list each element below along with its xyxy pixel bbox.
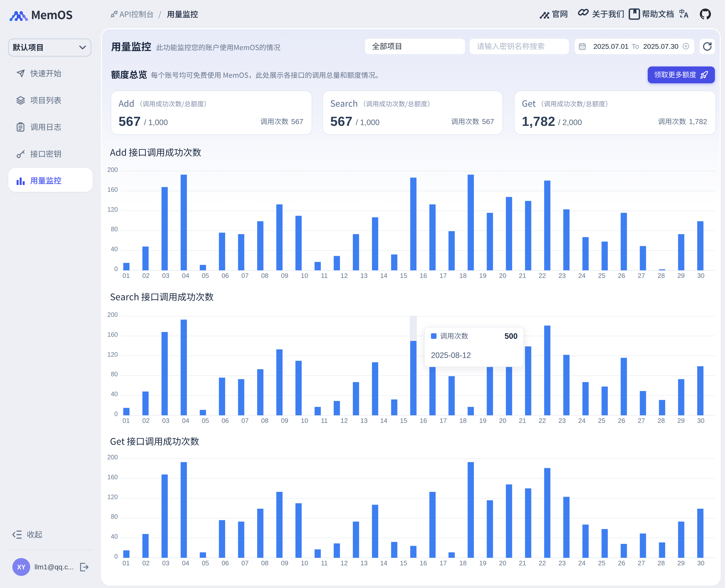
svg-text:13: 13 (360, 417, 368, 424)
svg-text:05: 05 (202, 559, 209, 567)
svg-text:28: 28 (658, 559, 665, 567)
svg-text:200: 200 (107, 454, 118, 461)
svg-text:0: 0 (114, 265, 118, 272)
svg-text:02: 02 (142, 417, 149, 424)
svg-text:02: 02 (142, 559, 149, 567)
svg-text:25: 25 (598, 272, 605, 279)
svg-text:23: 23 (558, 417, 566, 424)
svg-text:2025.07.01: 2025.07.01 (593, 43, 628, 50)
svg-text:25: 25 (598, 417, 605, 424)
svg-text:/ 1,000: / 1,000 (144, 118, 168, 127)
svg-text:17: 17 (439, 417, 447, 424)
svg-text:567: 567 (291, 118, 303, 126)
svg-text:18: 18 (459, 272, 467, 279)
svg-text:24: 24 (578, 559, 585, 567)
svg-text:03: 03 (162, 559, 169, 567)
svg-text:40: 40 (111, 391, 118, 397)
svg-text:0: 0 (114, 410, 118, 417)
svg-text:17: 17 (439, 272, 447, 279)
svg-text:25: 25 (598, 559, 605, 567)
svg-text:01: 01 (123, 417, 130, 424)
svg-text:02: 02 (142, 272, 149, 279)
svg-text:To: To (631, 43, 639, 50)
svg-text:2025.07.30: 2025.07.30 (643, 43, 679, 50)
svg-text:14: 14 (380, 272, 388, 279)
svg-text:07: 07 (242, 417, 249, 424)
svg-text:160: 160 (107, 186, 118, 193)
svg-text:120: 120 (107, 206, 118, 213)
svg-text:2025-08-12: 2025-08-12 (431, 351, 471, 360)
svg-text:29: 29 (678, 417, 685, 424)
svg-text:08: 08 (261, 417, 269, 424)
svg-text:27: 27 (638, 272, 645, 279)
svg-text:04: 04 (182, 272, 189, 279)
svg-text:120: 120 (107, 493, 118, 500)
svg-text:09: 09 (281, 417, 288, 424)
svg-text:120: 120 (107, 351, 118, 358)
svg-text:15: 15 (400, 417, 407, 424)
svg-text:19: 19 (479, 559, 486, 567)
svg-text:13: 13 (360, 559, 368, 567)
svg-text:29: 29 (678, 272, 685, 279)
svg-text:07: 07 (242, 559, 249, 567)
svg-text:03: 03 (162, 417, 169, 424)
svg-text:1,782: 1,782 (689, 118, 707, 126)
svg-text:22: 22 (539, 272, 546, 279)
svg-text:16: 16 (420, 559, 427, 567)
svg-text:23: 23 (558, 272, 566, 279)
svg-text:26: 26 (618, 417, 625, 424)
svg-text:24: 24 (578, 417, 585, 424)
svg-text:567: 567 (119, 114, 141, 129)
svg-text:500: 500 (504, 332, 518, 340)
svg-text:15: 15 (400, 272, 407, 279)
svg-text:08: 08 (261, 559, 269, 567)
svg-text:10: 10 (301, 417, 308, 424)
svg-text:16: 16 (420, 272, 427, 279)
svg-text:1,782: 1,782 (522, 114, 555, 129)
svg-text:05: 05 (202, 272, 209, 279)
svg-text:06: 06 (222, 272, 229, 279)
svg-text:/ 2,000: / 2,000 (558, 118, 582, 127)
svg-text:04: 04 (182, 559, 189, 567)
svg-text:08: 08 (261, 272, 269, 279)
svg-text:27: 27 (638, 417, 645, 424)
svg-text:0: 0 (114, 553, 118, 560)
svg-text:03: 03 (162, 272, 169, 279)
svg-text:160: 160 (107, 331, 118, 338)
svg-text:05: 05 (202, 417, 209, 424)
svg-text:30: 30 (697, 417, 704, 424)
svg-text:06: 06 (222, 417, 229, 424)
svg-text:11: 11 (321, 559, 328, 567)
svg-text:XY: XY (17, 564, 26, 571)
svg-text:12: 12 (340, 559, 348, 567)
svg-text:28: 28 (658, 272, 665, 279)
svg-text:14: 14 (380, 559, 388, 567)
svg-text:30: 30 (697, 272, 704, 279)
svg-text:16: 16 (420, 417, 427, 424)
svg-text:27: 27 (638, 559, 645, 567)
svg-text:14: 14 (380, 417, 388, 424)
svg-text:18: 18 (459, 559, 467, 567)
svg-text:160: 160 (107, 474, 118, 481)
svg-text:19: 19 (479, 272, 486, 279)
svg-text:09: 09 (281, 559, 288, 567)
svg-text:29: 29 (678, 559, 685, 567)
svg-text:11: 11 (321, 417, 328, 424)
svg-text:01: 01 (123, 272, 130, 279)
svg-text:15: 15 (400, 559, 407, 567)
svg-text:200: 200 (107, 166, 118, 173)
svg-text:17: 17 (439, 559, 447, 567)
svg-text:567: 567 (330, 114, 353, 129)
svg-text:01: 01 (123, 559, 130, 567)
svg-text:21: 21 (519, 559, 526, 567)
svg-text:22: 22 (539, 417, 546, 424)
svg-text:04: 04 (182, 417, 189, 424)
svg-text:10: 10 (301, 559, 308, 567)
svg-text:10: 10 (301, 272, 308, 279)
svg-text:20: 20 (499, 417, 506, 424)
svg-text:13: 13 (360, 272, 368, 279)
svg-text:12: 12 (340, 272, 348, 279)
svg-text:19: 19 (479, 417, 486, 424)
svg-text:09: 09 (281, 272, 288, 279)
svg-text:20: 20 (499, 272, 506, 279)
